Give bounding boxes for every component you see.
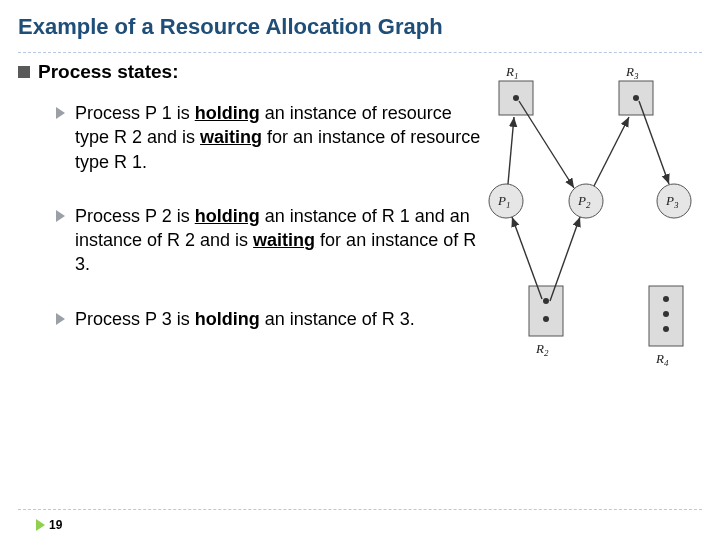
divider-bottom <box>18 509 702 510</box>
svg-line-21 <box>508 117 514 184</box>
triangle-bullet-icon <box>56 210 65 222</box>
divider-top <box>18 52 702 53</box>
svg-point-17 <box>663 296 669 302</box>
svg-line-23 <box>594 117 629 186</box>
label-P3-sub: 3 <box>673 200 679 210</box>
svg-text:R3: R3 <box>625 64 639 81</box>
svg-line-25 <box>512 217 542 299</box>
label-P2-sub: 2 <box>586 200 591 210</box>
triangle-bullet-icon <box>56 107 65 119</box>
page-number-text: 19 <box>49 518 62 532</box>
label-R1-sub: 1 <box>514 71 519 81</box>
text-fragment: Process P 2 is <box>75 206 195 226</box>
section-heading: Process states: <box>18 61 484 83</box>
list-item: Process P 3 is holding an instance of R … <box>56 307 484 331</box>
text-column: Process states: Process P 1 is holding a… <box>14 61 484 405</box>
slide-title: Example of a Resource Allocation Graph <box>0 0 720 50</box>
emphasis-holding: holding <box>195 206 260 226</box>
page-number: 19 <box>36 518 62 532</box>
label-R1: R <box>505 64 514 79</box>
svg-text:R4: R4 <box>655 351 669 368</box>
item-text: Process P 2 is holding an instance of R … <box>75 204 484 277</box>
page-marker-icon <box>36 519 45 531</box>
item-text: Process P 3 is holding an instance of R … <box>75 307 415 331</box>
list-item: Process P 1 is holding an instance of re… <box>56 101 484 174</box>
square-bullet-icon <box>18 66 30 78</box>
label-P2: P <box>577 193 586 208</box>
svg-point-1 <box>513 95 519 101</box>
label-R3-sub: 3 <box>633 71 639 81</box>
label-R4: R <box>655 351 664 366</box>
label-R2: R <box>535 341 544 356</box>
section-heading-text: Process states: <box>38 61 178 83</box>
svg-point-13 <box>543 298 549 304</box>
triangle-bullet-icon <box>56 313 65 325</box>
label-P3: P <box>665 193 674 208</box>
svg-text:R2: R2 <box>535 341 549 358</box>
svg-rect-12 <box>529 286 563 336</box>
emphasis-holding: holding <box>195 309 260 329</box>
label-P1: P <box>497 193 506 208</box>
text-fragment: Process P 1 is <box>75 103 195 123</box>
svg-point-18 <box>663 311 669 317</box>
svg-line-22 <box>519 101 574 188</box>
emphasis-waiting: waiting <box>253 230 315 250</box>
emphasis-holding: holding <box>195 103 260 123</box>
label-R4-sub: 4 <box>664 358 669 368</box>
label-P1-sub: 1 <box>506 200 511 210</box>
label-R3: R <box>625 64 634 79</box>
resource-allocation-graph: R1 R3 P1 P2 P3 R2 R4 <box>484 61 704 401</box>
list-item: Process P 2 is holding an instance of R … <box>56 204 484 277</box>
svg-line-24 <box>639 101 669 184</box>
svg-text:R1: R1 <box>505 64 518 81</box>
text-fragment: an instance of R 3. <box>260 309 415 329</box>
svg-point-14 <box>543 316 549 322</box>
text-fragment: Process P 3 is <box>75 309 195 329</box>
content-area: Process states: Process P 1 is holding a… <box>0 61 720 405</box>
svg-line-26 <box>550 217 580 301</box>
svg-point-19 <box>663 326 669 332</box>
label-R2-sub: 2 <box>544 348 549 358</box>
emphasis-waiting: waiting <box>200 127 262 147</box>
item-text: Process P 1 is holding an instance of re… <box>75 101 484 174</box>
graph-column: R1 R3 P1 P2 P3 R2 R4 <box>484 61 704 405</box>
svg-point-4 <box>633 95 639 101</box>
